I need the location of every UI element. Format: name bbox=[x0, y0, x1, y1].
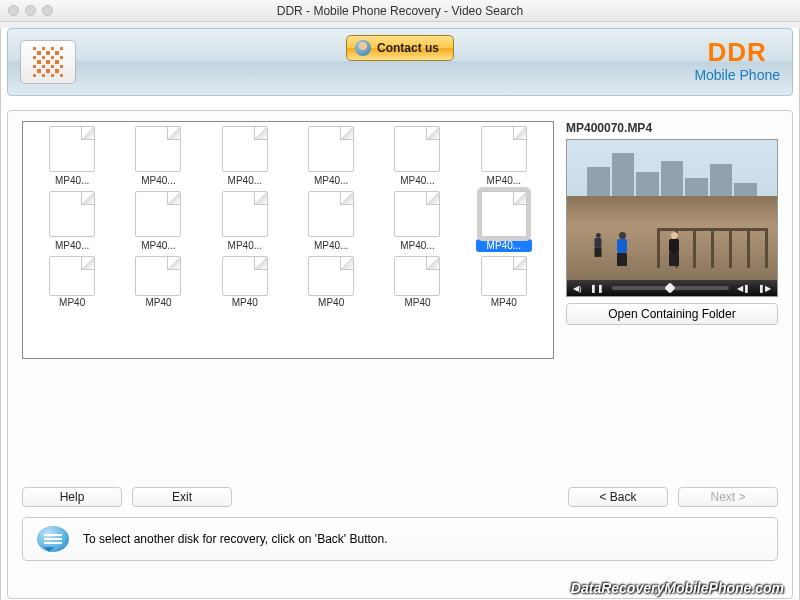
file-icon bbox=[135, 191, 181, 237]
file-item[interactable]: MP40... bbox=[29, 191, 115, 252]
file-item[interactable]: MP40... bbox=[374, 126, 460, 187]
file-item[interactable]: MP40... bbox=[115, 126, 201, 187]
window-title: DDR - Mobile Phone Recovery - Video Sear… bbox=[0, 4, 800, 18]
file-label: MP40... bbox=[130, 174, 186, 187]
brand-block: DDR Mobile Phone bbox=[694, 41, 780, 82]
file-item[interactable]: MP40... bbox=[461, 191, 547, 252]
file-icon bbox=[394, 256, 440, 296]
file-label: MP40 bbox=[130, 296, 186, 309]
file-item[interactable]: MP40 bbox=[202, 256, 288, 309]
file-item[interactable]: MP40 bbox=[29, 256, 115, 309]
player-controls[interactable]: ◀) ❚❚ ◀❚ ❚▶ bbox=[567, 280, 777, 296]
file-item[interactable]: MP40... bbox=[461, 126, 547, 187]
file-item[interactable]: MP40 bbox=[374, 256, 460, 309]
file-label: MP40... bbox=[44, 239, 100, 252]
file-icon bbox=[308, 126, 354, 172]
preview-filename: MP400070.MP4 bbox=[566, 121, 778, 135]
exit-button[interactable]: Exit bbox=[132, 487, 232, 507]
pause-icon[interactable]: ❚❚ bbox=[590, 284, 604, 293]
brand-bottom: Mobile Phone bbox=[694, 67, 780, 83]
file-item[interactable]: MP40... bbox=[288, 126, 374, 187]
seek-bar[interactable] bbox=[612, 286, 729, 290]
open-containing-folder-button[interactable]: Open Containing Folder bbox=[566, 303, 778, 325]
footer-url: DataRecoveryMobilePhone.com bbox=[571, 580, 784, 596]
file-label: MP40... bbox=[217, 174, 273, 187]
file-item[interactable]: MP40... bbox=[374, 191, 460, 252]
file-label: MP40 bbox=[217, 296, 273, 309]
home-button[interactable] bbox=[20, 40, 76, 84]
file-label: MP40 bbox=[476, 296, 532, 309]
file-label: MP40... bbox=[303, 174, 359, 187]
help-button[interactable]: Help bbox=[22, 487, 122, 507]
file-grid-container[interactable]: MP40...MP40...MP40...MP40...MP40...MP40.… bbox=[22, 121, 554, 359]
file-item[interactable]: MP40 bbox=[461, 256, 547, 309]
file-icon bbox=[222, 126, 268, 172]
file-label: MP40... bbox=[217, 239, 273, 252]
file-icon bbox=[308, 191, 354, 237]
file-icon bbox=[49, 191, 95, 237]
file-label: MP40 bbox=[303, 296, 359, 309]
hint-bar: To select another disk for recovery, cli… bbox=[22, 517, 778, 561]
back-button[interactable]: < Back bbox=[568, 487, 668, 507]
next-icon[interactable]: ❚▶ bbox=[758, 284, 771, 293]
file-label: MP40... bbox=[44, 174, 100, 187]
file-item[interactable]: MP40... bbox=[29, 126, 115, 187]
file-item[interactable]: MP40... bbox=[115, 191, 201, 252]
video-preview[interactable]: ◀) ❚❚ ◀❚ ❚▶ bbox=[566, 139, 778, 297]
content-panel: MP40...MP40...MP40...MP40...MP40...MP40.… bbox=[7, 110, 793, 599]
prev-icon[interactable]: ◀❚ bbox=[737, 284, 750, 293]
file-icon bbox=[135, 126, 181, 172]
file-label: MP40... bbox=[476, 174, 532, 187]
file-icon bbox=[394, 191, 440, 237]
file-icon bbox=[49, 256, 95, 296]
file-icon bbox=[481, 256, 527, 296]
app-logo-icon bbox=[33, 47, 63, 77]
file-icon bbox=[135, 256, 181, 296]
file-label: MP40... bbox=[389, 174, 445, 187]
file-label: MP40... bbox=[303, 239, 359, 252]
chat-bubble-icon bbox=[37, 526, 69, 552]
file-label: MP40... bbox=[389, 239, 445, 252]
file-label: MP40... bbox=[130, 239, 186, 252]
hint-text: To select another disk for recovery, cli… bbox=[83, 532, 388, 546]
file-item[interactable]: MP40... bbox=[288, 191, 374, 252]
file-item[interactable]: MP40 bbox=[288, 256, 374, 309]
file-item[interactable]: MP40... bbox=[202, 191, 288, 252]
file-icon bbox=[481, 191, 527, 237]
file-icon bbox=[481, 126, 527, 172]
file-label: MP40 bbox=[44, 296, 100, 309]
contact-label: Contact us bbox=[377, 41, 439, 55]
file-icon bbox=[49, 126, 95, 172]
file-icon bbox=[222, 256, 268, 296]
top-banner: Contact us DDR Mobile Phone bbox=[7, 28, 793, 96]
next-button: Next > bbox=[678, 487, 778, 507]
volume-icon[interactable]: ◀) bbox=[573, 284, 582, 293]
avatar-icon bbox=[355, 40, 371, 56]
contact-us-button[interactable]: Contact us bbox=[346, 35, 454, 61]
button-row: Help Exit < Back Next > bbox=[22, 487, 778, 507]
file-icon bbox=[394, 126, 440, 172]
file-icon bbox=[308, 256, 354, 296]
brand-top: DDR bbox=[694, 41, 780, 64]
preview-column: MP400070.MP4 ◀) ❚❚ ◀❚ ❚▶ bbox=[566, 121, 778, 359]
file-item[interactable]: MP40... bbox=[202, 126, 288, 187]
file-label: MP40... bbox=[476, 239, 532, 252]
file-icon bbox=[222, 191, 268, 237]
window-body: Contact us DDR Mobile Phone MP40...MP40.… bbox=[0, 28, 800, 600]
titlebar: DDR - Mobile Phone Recovery - Video Sear… bbox=[0, 0, 800, 22]
file-item[interactable]: MP40 bbox=[115, 256, 201, 309]
file-label: MP40 bbox=[389, 296, 445, 309]
